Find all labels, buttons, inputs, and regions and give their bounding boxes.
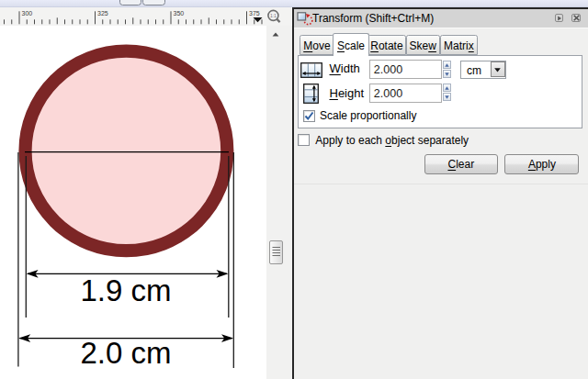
svg-text:375: 375 — [249, 10, 260, 17]
svg-text:1.9 cm: 1.9 cm — [80, 273, 171, 307]
svg-text:2.0 cm: 2.0 cm — [80, 336, 171, 370]
svg-text:350: 350 — [174, 10, 185, 17]
svg-text:1:1: 1:1 — [270, 13, 277, 18]
svg-text:300: 300 — [22, 10, 33, 17]
svg-text:325: 325 — [97, 10, 108, 17]
